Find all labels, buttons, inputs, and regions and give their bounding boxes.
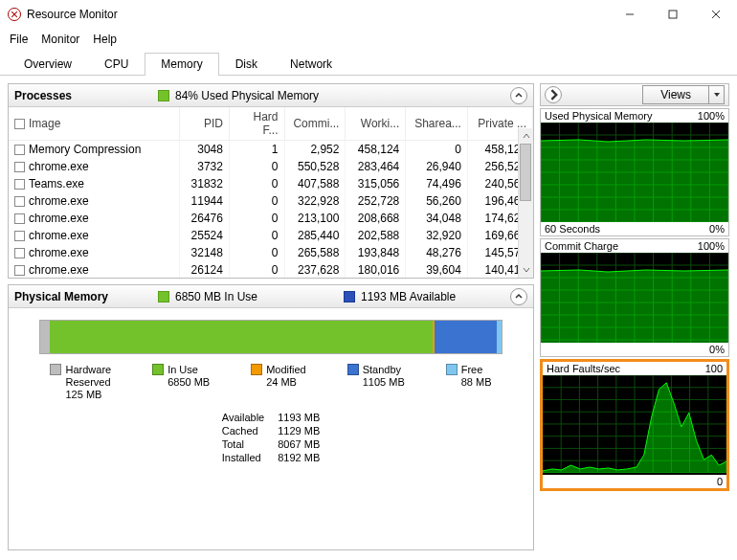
memory-bar	[39, 320, 502, 354]
chevron-down-icon[interactable]	[708, 86, 724, 103]
legend-item: HardwareReserved125 MB	[50, 364, 111, 401]
row-checkbox[interactable]	[14, 145, 25, 155]
table-row[interactable]: chrome.exe 264760213,100 208,66834,04817…	[9, 210, 533, 227]
processes-title: Processes	[14, 89, 158, 102]
table-row[interactable]: chrome.exe 37320550,528 283,46426,940256…	[9, 158, 533, 175]
physical-memory-title: Physical Memory	[14, 290, 158, 303]
legend-swatch	[251, 364, 262, 375]
menu-file[interactable]: File	[10, 33, 28, 46]
close-button[interactable]	[694, 0, 737, 29]
bar-segment	[50, 321, 433, 353]
collapse-physical-icon[interactable]	[510, 288, 527, 305]
row-checkbox[interactable]	[14, 231, 25, 241]
row-checkbox[interactable]	[14, 162, 25, 172]
chart-body	[543, 375, 726, 475]
legend-swatch	[446, 364, 458, 375]
tab-network[interactable]: Network	[274, 53, 348, 76]
charts-collapse-icon[interactable]	[545, 86, 562, 103]
chart-title: Commit Charge	[545, 240, 618, 252]
table-row[interactable]: chrome.exe 321480265,588 193,84848,27614…	[9, 244, 533, 261]
chart-title: Used Physical Memory	[545, 110, 652, 122]
chart-hard-faults-sec: Hard Faults/sec100 0	[540, 359, 729, 491]
processes-usage: 84% Used Physical Memory	[158, 89, 510, 102]
col-hardfaults[interactable]: Hard F...	[229, 107, 284, 141]
chart-foot-right: 0%	[709, 344, 725, 355]
chart-max: 100%	[698, 240, 725, 252]
views-dropdown[interactable]: Views	[642, 85, 725, 104]
legend-swatch	[347, 364, 359, 375]
chart-body	[541, 123, 728, 222]
chart-used-physical-memory: Used Physical Memory100% 60 Seconds0%	[540, 108, 729, 236]
inuse-swatch	[158, 291, 169, 302]
legend-item: Free88 MB	[446, 364, 492, 401]
tab-overview[interactable]: Overview	[8, 53, 88, 76]
scroll-up-icon[interactable]	[519, 128, 533, 144]
usage-text: 84% Used Physical Memory	[175, 89, 319, 102]
chart-max: 100	[705, 363, 723, 374]
scroll-down-icon[interactable]	[519, 262, 533, 278]
col-image[interactable]: Image	[9, 107, 179, 141]
menu-help[interactable]: Help	[93, 33, 117, 46]
physical-memory-panel: Physical Memory 6850 MB In Use 1193 MB A…	[8, 284, 534, 550]
legend-item: Standby1105 MB	[347, 364, 405, 401]
usage-swatch	[158, 90, 169, 101]
table-row[interactable]: chrome.exe 119440322,928 252,72856,26019…	[9, 192, 533, 210]
table-row[interactable]: Teams.exe 318320407,588 315,05674,496240…	[9, 175, 533, 192]
minimize-button[interactable]	[608, 0, 651, 29]
collapse-processes-icon[interactable]	[510, 87, 527, 104]
row-checkbox[interactable]	[14, 179, 25, 190]
chart-title: Hard Faults/sec	[547, 363, 620, 374]
col-working[interactable]: Worki...	[346, 107, 406, 141]
app-icon	[8, 8, 21, 21]
window-title: Resource Monitor	[27, 8, 608, 21]
avail-swatch	[344, 291, 355, 302]
col-shareable[interactable]: Sharea...	[406, 107, 468, 141]
row-checkbox[interactable]	[14, 265, 25, 276]
row-checkbox[interactable]	[14, 248, 25, 258]
charts-container: Used Physical Memory100% 60 Seconds0%Com…	[540, 108, 729, 491]
tab-memory[interactable]: Memory	[145, 53, 218, 76]
tab-disk[interactable]: Disk	[219, 53, 274, 76]
physical-memory-header[interactable]: Physical Memory 6850 MB In Use 1193 MB A…	[9, 285, 533, 308]
processes-header[interactable]: Processes 84% Used Physical Memory	[9, 84, 533, 107]
bar-segment	[435, 321, 497, 353]
legend-item: Modified24 MB	[251, 364, 306, 401]
tab-cpu[interactable]: CPU	[88, 53, 145, 76]
table-header-row: Image PID Hard F... Commi... Worki... Sh…	[9, 107, 533, 141]
legend-swatch	[50, 364, 61, 375]
legend-item: In Use6850 MB	[152, 364, 210, 401]
table-row[interactable]: chrome.exe 255240285,440 202,58832,92016…	[9, 227, 533, 244]
menu-monitor[interactable]: Monitor	[41, 33, 79, 46]
memory-legend: HardwareReserved125 MB In Use6850 MB Mod…	[16, 364, 525, 401]
legend-swatch	[152, 364, 164, 375]
chart-foot-left: 60 Seconds	[545, 223, 600, 235]
views-label: Views	[643, 88, 708, 101]
processes-scrollbar[interactable]	[518, 128, 533, 278]
select-all-checkbox[interactable]	[14, 119, 25, 129]
menubar: File Monitor Help	[0, 29, 737, 52]
workarea: Processes 84% Used Physical Memory Image…	[0, 76, 737, 558]
tabstrip: Overview CPU Memory Disk Network	[0, 52, 737, 76]
bar-segment	[497, 321, 502, 353]
bar-segment	[40, 321, 50, 353]
col-commit[interactable]: Commi...	[284, 107, 346, 141]
row-checkbox[interactable]	[14, 213, 25, 224]
titlebar: Resource Monitor	[0, 0, 737, 29]
scroll-thumb[interactable]	[520, 144, 531, 201]
table-row[interactable]: Memory Compression 304812,952 458,124045…	[9, 141, 533, 159]
table-row[interactable]: chrome.exe 261240237,628 180,01639,60414…	[9, 261, 533, 278]
svg-rect-1	[669, 11, 677, 18]
chart-foot-right: 0%	[709, 223, 725, 235]
svg-marker-4	[714, 93, 720, 97]
avail-text: 1193 MB Available	[361, 290, 456, 303]
maximize-button[interactable]	[651, 0, 694, 29]
chart-max: 100%	[698, 110, 725, 122]
right-header: Views	[540, 83, 729, 106]
col-pid[interactable]: PID	[179, 107, 229, 141]
row-checkbox[interactable]	[14, 196, 25, 207]
processes-body: Image PID Hard F... Commi... Worki... Sh…	[9, 107, 533, 278]
processes-panel: Processes 84% Used Physical Memory Image…	[8, 83, 534, 279]
window-buttons	[608, 0, 737, 29]
chart-foot-right: 0	[717, 476, 723, 487]
inuse-text: 6850 MB In Use	[175, 290, 338, 303]
